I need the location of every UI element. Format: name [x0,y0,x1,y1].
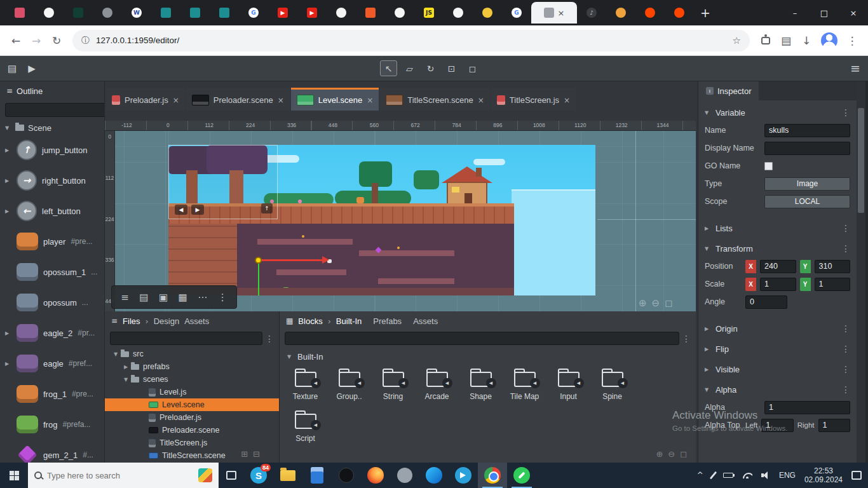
taskbar-app-gray[interactable] [390,463,419,488]
outline-item[interactable]: opossum_1 ... [0,257,104,287]
browser-tab[interactable] [444,2,473,24]
file-tree-item[interactable]: Preloader.js [105,411,279,424]
expand-caret[interactable]: ▶ [705,367,711,372]
block-item[interactable]: ◀ Shape [459,367,503,409]
taskbar-search[interactable] [28,463,219,488]
browser-tab[interactable] [64,2,93,24]
section-variable[interactable]: ▼ Variable ⋮ [698,104,857,121]
editor-tab[interactable]: TitleScreen.js × [491,88,576,111]
block-item[interactable]: ◀ Tile Map [503,367,546,409]
file-tree-item[interactable]: Level.scene [105,398,279,411]
tab-close-icon[interactable]: × [278,96,284,105]
open-scene-icon[interactable]: ▤ [8,63,17,74]
tab-close-icon[interactable]: × [564,96,570,105]
gizmo-y-axis[interactable] [258,261,259,295]
hidden-icons-chevron[interactable]: ^ [697,471,703,480]
tab-close-icon[interactable]: × [478,96,484,105]
block-item[interactable]: ◀ Script [283,409,327,451]
browser-tab[interactable] [180,2,210,24]
angle-input[interactable] [745,295,787,309]
go-name-checkbox[interactable] [764,162,773,170]
browser-tab[interactable] [5,2,34,24]
section-menu-icon[interactable]: ⋮ [841,364,850,374]
blocks-tab[interactable]: Assets [413,316,438,326]
outline-item[interactable]: frog #prefa... [0,409,104,440]
browser-tab[interactable] [385,2,414,24]
file-tree-item[interactable]: ▶ prefabs [105,360,279,373]
tab-files[interactable]: Files [123,316,140,326]
browser-tab[interactable] [635,2,665,24]
canvas-toolbar-icon[interactable]: ▤ [139,292,148,303]
tab-assets[interactable]: Assets [184,316,209,326]
browser-tab[interactable] [356,2,385,24]
new-tab-button[interactable]: + [700,6,710,20]
editor-menu-icon[interactable]: ≡ [850,61,860,75]
outline-item[interactable]: ▶ eagle #pref... [0,348,104,379]
taskbar-clock[interactable]: 22:53 02.09.2024 [804,466,843,484]
run-button[interactable]: ▶ [28,63,36,74]
expand-caret[interactable]: ▼ [705,246,711,252]
taskbar-app-dark[interactable] [332,463,361,488]
zoom-out-icon[interactable]: ⊖ [668,449,675,459]
section-menu-icon[interactable]: ⋮ [841,107,850,118]
url-text[interactable]: 127.0.0.1:1959/editor/ [96,36,179,45]
tab-close-icon[interactable]: × [367,96,373,105]
block-item[interactable]: ◀ Spine [590,367,634,409]
file-tree-item[interactable]: TitleScreen.js [105,437,279,449]
scene-canvas[interactable]: ◀ ▶ ↑ [115,131,696,311]
section-lists[interactable]: ▶ Lists ⋮ [698,220,857,236]
window-maximize-button[interactable]: □ [810,0,839,25]
side-panel-icon[interactable]: ▤ [776,34,796,47]
browser-tab[interactable] [93,2,122,24]
profile-avatar[interactable] [821,32,837,49]
section-visible[interactable]: ▶ Visible ⋮ [698,361,857,377]
wifi-icon[interactable] [742,472,752,478]
outline-item[interactable]: ▶ ↑ jump_button [0,135,104,165]
section-menu-icon[interactable]: ⋮ [841,243,850,254]
browser-tab[interactable] [665,2,694,24]
transform-tool-button[interactable]: ↻ [422,60,439,76]
browser-tab-active[interactable]: × [531,2,577,24]
file-tree-item[interactable]: ▼ src [105,348,279,360]
block-item[interactable]: ◀ Texture [283,367,327,409]
taskbar-calculator[interactable] [302,463,332,488]
browser-tab[interactable] [34,2,64,24]
gizmo-x-arrowhead[interactable] [322,256,329,264]
expand-caret[interactable]: ▶ [705,226,711,231]
expand-caret[interactable]: ▼ [5,125,11,131]
outline-item[interactable]: frog_1 #pre... [0,379,104,409]
section-origin[interactable]: ▶ Origin ⋮ [698,320,857,337]
editor-tab[interactable]: Preloader.js × [106,88,185,111]
transform-tool-button[interactable]: ▱ [401,60,418,76]
blocks-tab[interactable]: Built-In [336,316,362,326]
section-menu-icon[interactable]: ⋮ [841,223,850,233]
browser-tab[interactable]: ▶ [268,2,297,24]
expand-caret[interactable]: ▶ [705,346,711,352]
browser-tab[interactable]: W [122,2,151,24]
section-transform[interactable]: ▼ Transform ⋮ [698,240,857,257]
position-x-input[interactable] [760,260,796,273]
block-item[interactable]: ◀ String [371,367,415,409]
window-close-button[interactable]: × [839,0,868,25]
expand-caret[interactable]: ▶ [124,364,131,370]
canvas-toolbar-icon[interactable]: ▦ [179,292,187,303]
scale-x-input[interactable] [760,278,796,291]
editor-tab[interactable]: Preloader.scene × [186,88,290,111]
scope-button[interactable]: LOCAL [764,195,850,208]
browser-tab[interactable]: ♪ [577,2,606,24]
outline-item[interactable]: ▶ → right_button [0,165,104,196]
scrollbar-thumb[interactable] [858,108,864,213]
extensions-icon[interactable] [761,37,770,44]
position-y-input[interactable] [815,260,851,273]
browser-tab[interactable]: G [239,2,268,24]
blocks-search-input[interactable] [285,332,679,345]
outline-item[interactable]: op​ossum ... [0,287,104,318]
inspector-scrollbar[interactable] [857,81,865,463]
expand-caret[interactable]: ▼ [287,354,294,360]
tab-close-icon[interactable]: × [558,8,565,18]
outline-item[interactable]: ▶ eagle_2 #pr... [0,318,104,348]
outline-item[interactable]: ▶ ← left_button [0,196,104,226]
section-menu-icon[interactable]: ⋮ [841,384,850,395]
expand-caret[interactable]: ▼ [114,351,121,357]
transform-tool-button[interactable]: ◻ [464,60,481,76]
